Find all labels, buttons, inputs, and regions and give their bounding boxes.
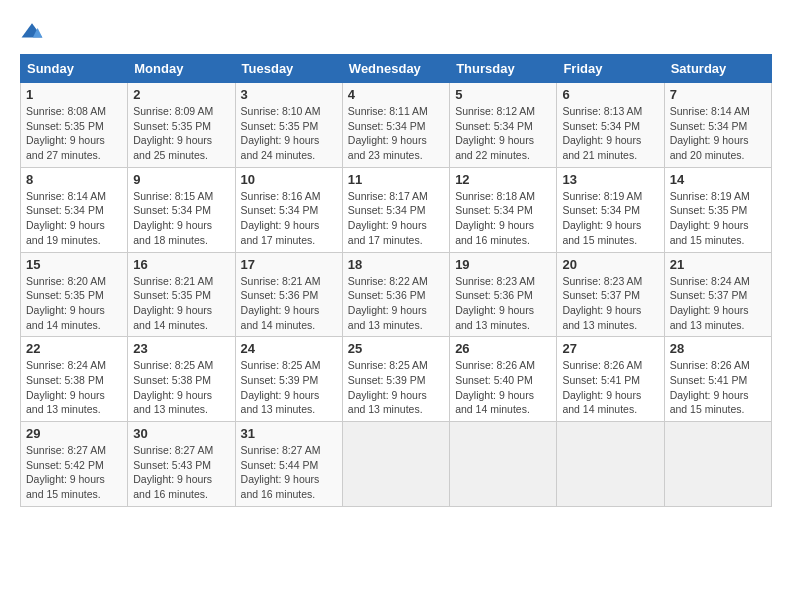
sunset-label: Sunset: 5:35 PM <box>133 120 211 132</box>
page-header <box>20 20 772 44</box>
daylight-label: Daylight: 9 hours and 14 minutes. <box>241 304 320 331</box>
day-number: 6 <box>562 87 658 102</box>
daylight-label: Daylight: 9 hours and 24 minutes. <box>241 134 320 161</box>
day-info: Sunrise: 8:14 AM Sunset: 5:34 PM Dayligh… <box>26 189 122 248</box>
sunset-label: Sunset: 5:37 PM <box>670 289 748 301</box>
sunrise-label: Sunrise: 8:19 AM <box>670 190 750 202</box>
sunset-label: Sunset: 5:35 PM <box>26 289 104 301</box>
sunrise-label: Sunrise: 8:08 AM <box>26 105 106 117</box>
day-info: Sunrise: 8:27 AM Sunset: 5:44 PM Dayligh… <box>241 443 337 502</box>
sunset-label: Sunset: 5:35 PM <box>241 120 319 132</box>
day-info: Sunrise: 8:23 AM Sunset: 5:36 PM Dayligh… <box>455 274 551 333</box>
sunrise-label: Sunrise: 8:24 AM <box>26 359 106 371</box>
day-info: Sunrise: 8:11 AM Sunset: 5:34 PM Dayligh… <box>348 104 444 163</box>
calendar-day-cell: 23 Sunrise: 8:25 AM Sunset: 5:38 PM Dayl… <box>128 337 235 422</box>
calendar-day-cell: 7 Sunrise: 8:14 AM Sunset: 5:34 PM Dayli… <box>664 83 771 168</box>
daylight-label: Daylight: 9 hours and 13 minutes. <box>348 389 427 416</box>
day-info: Sunrise: 8:22 AM Sunset: 5:36 PM Dayligh… <box>348 274 444 333</box>
calendar-week-row: 8 Sunrise: 8:14 AM Sunset: 5:34 PM Dayli… <box>21 167 772 252</box>
day-number: 13 <box>562 172 658 187</box>
sunset-label: Sunset: 5:40 PM <box>455 374 533 386</box>
weekday-header: Sunday <box>21 55 128 83</box>
day-info: Sunrise: 8:21 AM Sunset: 5:35 PM Dayligh… <box>133 274 229 333</box>
daylight-label: Daylight: 9 hours and 14 minutes. <box>455 389 534 416</box>
sunrise-label: Sunrise: 8:23 AM <box>455 275 535 287</box>
sunset-label: Sunset: 5:39 PM <box>348 374 426 386</box>
sunset-label: Sunset: 5:38 PM <box>26 374 104 386</box>
daylight-label: Daylight: 9 hours and 13 minutes. <box>133 389 212 416</box>
calendar-day-cell: 26 Sunrise: 8:26 AM Sunset: 5:40 PM Dayl… <box>450 337 557 422</box>
day-number: 3 <box>241 87 337 102</box>
daylight-label: Daylight: 9 hours and 13 minutes. <box>241 389 320 416</box>
daylight-label: Daylight: 9 hours and 19 minutes. <box>26 219 105 246</box>
weekday-header: Monday <box>128 55 235 83</box>
sunset-label: Sunset: 5:38 PM <box>133 374 211 386</box>
sunset-label: Sunset: 5:42 PM <box>26 459 104 471</box>
daylight-label: Daylight: 9 hours and 13 minutes. <box>26 389 105 416</box>
sunset-label: Sunset: 5:44 PM <box>241 459 319 471</box>
sunrise-label: Sunrise: 8:23 AM <box>562 275 642 287</box>
sunrise-label: Sunrise: 8:27 AM <box>241 444 321 456</box>
sunrise-label: Sunrise: 8:21 AM <box>241 275 321 287</box>
day-info: Sunrise: 8:12 AM Sunset: 5:34 PM Dayligh… <box>455 104 551 163</box>
calendar-day-cell: 2 Sunrise: 8:09 AM Sunset: 5:35 PM Dayli… <box>128 83 235 168</box>
sunset-label: Sunset: 5:43 PM <box>133 459 211 471</box>
sunrise-label: Sunrise: 8:21 AM <box>133 275 213 287</box>
sunrise-label: Sunrise: 8:15 AM <box>133 190 213 202</box>
sunrise-label: Sunrise: 8:26 AM <box>455 359 535 371</box>
daylight-label: Daylight: 9 hours and 15 minutes. <box>670 219 749 246</box>
daylight-label: Daylight: 9 hours and 13 minutes. <box>348 304 427 331</box>
day-number: 4 <box>348 87 444 102</box>
day-info: Sunrise: 8:27 AM Sunset: 5:42 PM Dayligh… <box>26 443 122 502</box>
calendar-day-cell: 28 Sunrise: 8:26 AM Sunset: 5:41 PM Dayl… <box>664 337 771 422</box>
day-info: Sunrise: 8:16 AM Sunset: 5:34 PM Dayligh… <box>241 189 337 248</box>
calendar-day-cell: 3 Sunrise: 8:10 AM Sunset: 5:35 PM Dayli… <box>235 83 342 168</box>
day-number: 25 <box>348 341 444 356</box>
day-number: 16 <box>133 257 229 272</box>
day-info: Sunrise: 8:25 AM Sunset: 5:39 PM Dayligh… <box>348 358 444 417</box>
day-number: 10 <box>241 172 337 187</box>
day-info: Sunrise: 8:26 AM Sunset: 5:41 PM Dayligh… <box>670 358 766 417</box>
day-number: 28 <box>670 341 766 356</box>
calendar-day-cell <box>664 422 771 507</box>
sunset-label: Sunset: 5:35 PM <box>133 289 211 301</box>
daylight-label: Daylight: 9 hours and 13 minutes. <box>455 304 534 331</box>
sunrise-label: Sunrise: 8:14 AM <box>670 105 750 117</box>
day-number: 27 <box>562 341 658 356</box>
sunrise-label: Sunrise: 8:12 AM <box>455 105 535 117</box>
sunrise-label: Sunrise: 8:25 AM <box>133 359 213 371</box>
sunrise-label: Sunrise: 8:27 AM <box>26 444 106 456</box>
day-number: 30 <box>133 426 229 441</box>
day-number: 29 <box>26 426 122 441</box>
logo-icon <box>20 20 44 44</box>
day-info: Sunrise: 8:09 AM Sunset: 5:35 PM Dayligh… <box>133 104 229 163</box>
day-number: 1 <box>26 87 122 102</box>
day-number: 19 <box>455 257 551 272</box>
sunrise-label: Sunrise: 8:18 AM <box>455 190 535 202</box>
day-info: Sunrise: 8:08 AM Sunset: 5:35 PM Dayligh… <box>26 104 122 163</box>
sunset-label: Sunset: 5:34 PM <box>455 204 533 216</box>
calendar-day-cell: 17 Sunrise: 8:21 AM Sunset: 5:36 PM Dayl… <box>235 252 342 337</box>
day-info: Sunrise: 8:10 AM Sunset: 5:35 PM Dayligh… <box>241 104 337 163</box>
day-info: Sunrise: 8:27 AM Sunset: 5:43 PM Dayligh… <box>133 443 229 502</box>
day-number: 24 <box>241 341 337 356</box>
day-number: 12 <box>455 172 551 187</box>
daylight-label: Daylight: 9 hours and 16 minutes. <box>455 219 534 246</box>
sunrise-label: Sunrise: 8:26 AM <box>670 359 750 371</box>
weekday-header: Wednesday <box>342 55 449 83</box>
calendar-day-cell: 20 Sunrise: 8:23 AM Sunset: 5:37 PM Dayl… <box>557 252 664 337</box>
calendar-day-cell <box>557 422 664 507</box>
daylight-label: Daylight: 9 hours and 27 minutes. <box>26 134 105 161</box>
day-info: Sunrise: 8:15 AM Sunset: 5:34 PM Dayligh… <box>133 189 229 248</box>
sunset-label: Sunset: 5:39 PM <box>241 374 319 386</box>
day-number: 20 <box>562 257 658 272</box>
sunset-label: Sunset: 5:34 PM <box>562 204 640 216</box>
calendar-day-cell: 6 Sunrise: 8:13 AM Sunset: 5:34 PM Dayli… <box>557 83 664 168</box>
calendar-day-cell: 11 Sunrise: 8:17 AM Sunset: 5:34 PM Dayl… <box>342 167 449 252</box>
sunset-label: Sunset: 5:36 PM <box>348 289 426 301</box>
sunrise-label: Sunrise: 8:22 AM <box>348 275 428 287</box>
day-number: 14 <box>670 172 766 187</box>
calendar-day-cell: 14 Sunrise: 8:19 AM Sunset: 5:35 PM Dayl… <box>664 167 771 252</box>
daylight-label: Daylight: 9 hours and 22 minutes. <box>455 134 534 161</box>
calendar-day-cell: 16 Sunrise: 8:21 AM Sunset: 5:35 PM Dayl… <box>128 252 235 337</box>
